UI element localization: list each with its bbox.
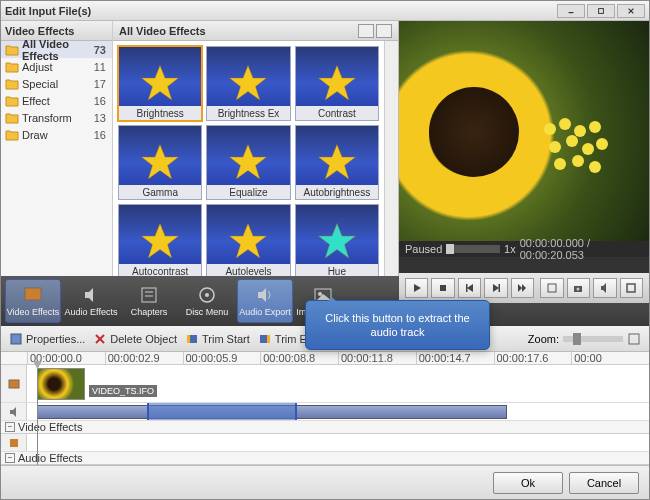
- effect-contrast[interactable]: Contrast: [295, 46, 379, 121]
- filmstrip-icon: [7, 377, 21, 391]
- folder-icon: [5, 78, 19, 90]
- selection-range[interactable]: [147, 403, 297, 420]
- star-icon: [316, 63, 358, 105]
- effect-brightness[interactable]: Brightness: [118, 46, 202, 121]
- collapse-icon[interactable]: −: [5, 422, 15, 432]
- svg-marker-11: [258, 288, 266, 302]
- ruler-mark: 00:00:17.6: [494, 352, 572, 364]
- zoom-label: Zoom:: [528, 333, 559, 345]
- svg-marker-24: [10, 407, 16, 417]
- video-effects-track[interactable]: [1, 434, 649, 452]
- tooltip-callout: Click this button to extract the audio t…: [305, 300, 490, 350]
- effect-autocontrast[interactable]: Autocontrast: [118, 204, 202, 276]
- sidebar-item-all-video-effects[interactable]: All Video Effects73: [1, 41, 112, 58]
- chapters-icon: [137, 285, 161, 305]
- maximize-button[interactable]: [587, 4, 615, 18]
- star-icon: [227, 142, 269, 184]
- effect-gamma[interactable]: Gamma: [118, 125, 202, 200]
- crop-button[interactable]: [540, 278, 563, 298]
- toolbar-chapters-button[interactable]: Chapters: [121, 279, 177, 323]
- timeline: 00:00:00.000:00:02.900:00:05.900:00:08.8…: [1, 352, 649, 465]
- stop-button[interactable]: [431, 278, 454, 298]
- sidebar-item-transform[interactable]: Transform13: [1, 109, 112, 126]
- playback-status: Paused: [405, 243, 442, 255]
- svg-rect-15: [11, 334, 21, 344]
- edit-window: Edit Input File(s) Video Effects All Vid…: [0, 0, 650, 500]
- audio-export-icon: [253, 285, 277, 305]
- next-frame-button[interactable]: [484, 278, 507, 298]
- svg-rect-30: [466, 284, 468, 292]
- svg-rect-32: [499, 284, 501, 292]
- dialog-buttons: Ok Cancel: [1, 465, 649, 499]
- audio-track[interactable]: [1, 403, 649, 421]
- svg-point-10: [205, 293, 209, 297]
- play-button[interactable]: [405, 278, 428, 298]
- speed-slider[interactable]: [446, 245, 500, 253]
- sidebar-item-effect[interactable]: Effect16: [1, 92, 112, 109]
- time-current: 00:00:00.000: [520, 237, 584, 249]
- svg-marker-34: [522, 284, 526, 292]
- fullscreen-button[interactable]: [620, 278, 643, 298]
- effects-scrollbar[interactable]: [384, 41, 398, 276]
- audio-effects-section[interactable]: − Audio Effects: [1, 452, 649, 465]
- video-effects-section[interactable]: − Video Effects: [1, 421, 649, 434]
- star-icon: [227, 221, 269, 263]
- disc-menu-icon: [195, 285, 219, 305]
- sidebar-item-adjust[interactable]: Adjust11: [1, 58, 112, 75]
- volume-button[interactable]: [593, 278, 616, 298]
- ruler-mark: 00:00:14.7: [416, 352, 494, 364]
- timeline-ruler[interactable]: 00:00:00.000:00:02.900:00:05.900:00:08.8…: [1, 352, 649, 365]
- prev-frame-button[interactable]: [458, 278, 481, 298]
- playhead[interactable]: [37, 365, 38, 465]
- preview-panel: Paused 1x 00:00:00.000 / 00:00:20.053: [399, 21, 649, 276]
- folder-icon: [5, 129, 19, 141]
- svg-marker-31: [493, 284, 499, 292]
- svg-marker-38: [601, 283, 606, 293]
- zoom-slider[interactable]: [563, 336, 623, 342]
- svg-rect-39: [627, 284, 635, 292]
- svg-rect-19: [187, 335, 190, 343]
- sidebar-item-special[interactable]: Special17: [1, 75, 112, 92]
- effect-equalize[interactable]: Equalize: [206, 125, 290, 200]
- svg-marker-29: [467, 284, 473, 292]
- clip-filename: VIDEO_TS.IFO: [89, 385, 157, 397]
- collapse-icon[interactable]: −: [5, 453, 15, 463]
- toolbar-audio-effects-button[interactable]: Audio Effects: [63, 279, 119, 323]
- view-thumbnails-button[interactable]: [358, 24, 374, 38]
- svg-marker-27: [414, 284, 421, 292]
- titlebar: Edit Input File(s): [1, 1, 649, 21]
- effect-brightness-ex[interactable]: Brightness Ex: [206, 46, 290, 121]
- minimize-button[interactable]: [557, 4, 585, 18]
- audio-effects-icon: [79, 285, 103, 305]
- svg-rect-4: [25, 288, 41, 300]
- video-track[interactable]: VIDEO_TS.IFO: [1, 365, 649, 403]
- ok-button[interactable]: Ok: [493, 472, 563, 494]
- effect-hue[interactable]: Hue: [295, 204, 379, 276]
- speed-label: 1x: [504, 243, 516, 255]
- cancel-button[interactable]: Cancel: [569, 472, 639, 494]
- effect-autolevels[interactable]: Autolevels: [206, 204, 290, 276]
- fit-zoom-icon[interactable]: [627, 332, 641, 346]
- svg-rect-35: [548, 284, 556, 292]
- toolbar-video-effects-button[interactable]: Video Effects: [5, 279, 61, 323]
- properties-button[interactable]: Properties...: [9, 332, 85, 346]
- star-icon: [139, 63, 181, 105]
- next-scene-button[interactable]: [511, 278, 534, 298]
- star-icon: [227, 63, 269, 105]
- trim-start-button[interactable]: Trim Start: [185, 332, 250, 346]
- delete-object-button[interactable]: Delete Object: [93, 332, 177, 346]
- toolbar-audio-export-button[interactable]: Audio Export: [237, 279, 293, 323]
- close-button[interactable]: [617, 4, 645, 18]
- ruler-mark: 00:00:11.8: [338, 352, 416, 364]
- clip-thumbnail[interactable]: [37, 368, 85, 400]
- effects-sidebar: Video Effects All Video Effects73Adjust1…: [1, 21, 113, 276]
- time-total: 00:00:20.053: [520, 249, 584, 261]
- effect-autobrightness[interactable]: Autobrightness: [295, 125, 379, 200]
- view-list-button[interactable]: [376, 24, 392, 38]
- sidebar-item-draw[interactable]: Draw16: [1, 126, 112, 143]
- folder-icon: [5, 44, 19, 56]
- snapshot-button[interactable]: [567, 278, 590, 298]
- toolbar-disc-menu-button[interactable]: Disc Menu: [179, 279, 235, 323]
- svg-rect-6: [142, 288, 156, 302]
- svg-rect-23: [9, 380, 19, 388]
